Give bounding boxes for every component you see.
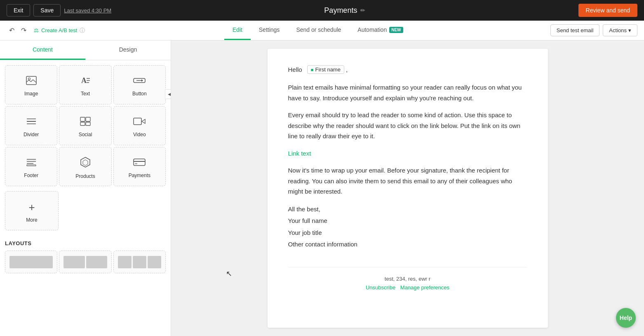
undo-button[interactable]: ↶: [7, 25, 17, 36]
title-text: Payments: [324, 6, 357, 15]
social-block-label: Social: [79, 132, 92, 137]
footer-info: test, 234, res, ewr r: [288, 276, 527, 282]
svg-rect-26: [135, 163, 137, 164]
block-products[interactable]: Products: [59, 147, 111, 186]
email-signature: All the best, Your full name Your job ti…: [288, 203, 527, 251]
collapse-sidebar-button[interactable]: ◀◀: [165, 89, 171, 99]
first-name-label: First name: [315, 66, 341, 73]
block-text[interactable]: A Text: [59, 65, 111, 104]
chevron-down-icon: ▾: [628, 27, 631, 33]
block-social[interactable]: Social: [59, 106, 111, 145]
more-block-label: More: [26, 217, 37, 223]
sidebar-tab-design[interactable]: Design: [85, 40, 171, 60]
svg-rect-0: [26, 76, 36, 85]
svg-rect-13: [86, 117, 90, 121]
tab-settings[interactable]: Settings: [251, 21, 288, 40]
svg-marker-8: [141, 79, 143, 82]
greeting-text: Hello: [288, 66, 302, 73]
send-test-email-button[interactable]: Send test email: [550, 24, 600, 36]
redo-button[interactable]: ↷: [19, 25, 29, 36]
video-block-label: Video: [133, 132, 146, 137]
footer-links: Unsubscribe Manage preferences: [288, 284, 527, 291]
block-image[interactable]: Image: [5, 65, 57, 104]
footer-block-icon: [26, 158, 37, 169]
layouts-title: LAYOUTS: [5, 240, 166, 246]
divider-block-label: Divider: [24, 132, 39, 137]
block-video[interactable]: Video: [113, 106, 166, 145]
token-icon: ■: [311, 67, 314, 72]
tab-send-schedule[interactable]: Send or schedule: [288, 21, 349, 40]
block-payments[interactable]: Payments: [113, 147, 166, 186]
manage-preferences-link[interactable]: Manage preferences: [400, 284, 449, 291]
block-more[interactable]: + More: [5, 191, 59, 230]
email-paragraph-3: Now it's time to wrap up your email. Bef…: [288, 165, 527, 197]
unsubscribe-link[interactable]: Unsubscribe: [366, 284, 395, 291]
create-ab-test[interactable]: ⚖ Create A/B test ⓘ: [34, 27, 85, 34]
new-badge: NEW: [389, 27, 403, 33]
sidebar-tab-content[interactable]: Content: [0, 40, 85, 60]
svg-rect-14: [80, 122, 85, 125]
image-block-label: Image: [24, 91, 38, 97]
tab-edit[interactable]: Edit: [224, 21, 251, 40]
second-bar-right: Send test email Actions ▾: [550, 24, 637, 36]
ab-info-icon: ⓘ: [80, 27, 85, 34]
greeting-comma: ,: [346, 66, 348, 73]
main-layout: Content Design ◀◀ Image A: [0, 40, 644, 336]
tab-automation[interactable]: Automation NEW: [349, 21, 411, 40]
email-paragraph-1: Plain text emails have minimal formattin…: [288, 82, 527, 103]
save-button[interactable]: Save: [33, 4, 61, 17]
signature-line-2: Your full name: [288, 215, 527, 227]
button-block-icon: [133, 76, 146, 88]
exit-button[interactable]: Exit: [7, 4, 30, 17]
review-and-send-button[interactable]: Review and send: [578, 4, 637, 17]
button-block-label: Button: [132, 91, 147, 97]
layout-three-col[interactable]: [113, 251, 166, 273]
nav-tabs: Edit Settings Send or schedule Automatio…: [224, 21, 411, 40]
block-footer[interactable]: Footer: [5, 147, 57, 186]
svg-rect-12: [80, 117, 85, 121]
svg-rect-15: [86, 122, 90, 125]
footer-link-separator: [397, 284, 399, 291]
second-bar: ↶ ↷ ⚖ Create A/B test ⓘ Edit Settings Se…: [0, 21, 644, 40]
svg-rect-21: [27, 165, 36, 166]
divider-block-icon: [26, 117, 37, 128]
image-block-icon: [26, 76, 37, 88]
second-bar-left: ↶ ↷ ⚖ Create A/B test ⓘ: [7, 25, 85, 36]
email-container[interactable]: Hello ■ First name , Plain text emails h…: [268, 49, 548, 328]
sidebar: Content Design ◀◀ Image A: [0, 40, 171, 336]
block-button[interactable]: Button: [113, 65, 166, 104]
actions-label: Actions: [609, 27, 627, 33]
video-block-icon: [133, 117, 146, 128]
last-saved: Last saved 4:30 PM: [64, 7, 111, 14]
block-divider[interactable]: Divider: [5, 106, 57, 145]
more-block-icon: +: [28, 201, 35, 214]
svg-rect-16: [134, 118, 141, 125]
text-block-icon: A: [80, 76, 91, 88]
email-paragraph-2: Every email should try to lead the reade…: [288, 110, 527, 142]
blocks-grid: Image A Text: [0, 60, 171, 191]
payments-block-label: Payments: [129, 173, 150, 178]
text-block-label: Text: [81, 91, 90, 97]
svg-marker-17: [142, 119, 145, 123]
ab-icon: ⚖: [34, 27, 39, 33]
svg-point-1: [28, 78, 30, 80]
email-footer: test, 234, res, ewr r Unsubscribe Manage…: [288, 267, 527, 291]
first-name-token[interactable]: ■ First name: [307, 65, 344, 74]
edit-title-icon[interactable]: ✏: [360, 7, 365, 14]
products-block-label: Products: [75, 173, 95, 179]
layout-single[interactable]: [5, 251, 57, 273]
automation-label: Automation: [357, 26, 387, 33]
help-button[interactable]: Help: [616, 308, 636, 328]
top-bar-left: Exit Save Last saved 4:30 PM: [7, 4, 111, 17]
signature-line-4: Other contact information: [288, 239, 527, 251]
page-title: Payments ✏: [324, 6, 365, 15]
layout-two-col[interactable]: [59, 251, 111, 273]
email-body: Plain text emails have minimal formattin…: [288, 82, 527, 197]
payments-block-icon: [133, 158, 146, 169]
svg-marker-23: [83, 160, 88, 166]
signature-line-1: All the best,: [288, 203, 527, 215]
layouts-grid: [5, 251, 166, 273]
top-bar: Exit Save Last saved 4:30 PM Payments ✏ …: [0, 0, 644, 21]
link-text[interactable]: Link text: [288, 150, 311, 157]
actions-button[interactable]: Actions ▾: [603, 24, 637, 36]
